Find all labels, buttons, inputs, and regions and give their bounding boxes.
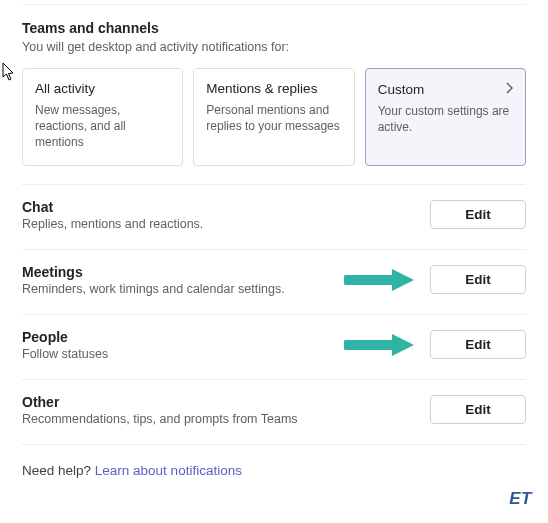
divider [22,379,526,380]
et-watermark: ET [509,489,532,509]
card-mentions-replies[interactable]: Mentions & replies Personal mentions and… [193,68,354,166]
chat-row: Chat Replies, mentions and reactions. Ed… [22,199,526,231]
help-text: Need help? Learn about notifications [22,463,526,478]
learn-about-notifications-link[interactable]: Learn about notifications [95,463,242,478]
teams-channels-cards: All activity New messages, reactions, an… [22,68,526,166]
mouse-cursor [2,62,16,85]
card-title: Custom [378,82,425,97]
help-prefix: Need help? [22,463,95,478]
chevron-right-icon [505,81,513,97]
card-all-activity[interactable]: All activity New messages, reactions, an… [22,68,183,166]
meetings-edit-button[interactable]: Edit [430,265,526,294]
meetings-row: Meetings Reminders, work timings and cal… [22,264,526,296]
card-desc: New messages, reactions, and all mention… [35,102,170,151]
top-divider [22,4,526,5]
card-title: Mentions & replies [206,81,317,96]
teams-channels-subtitle: You will get desktop and activity notifi… [22,40,526,54]
divider [22,314,526,315]
card-title: All activity [35,81,95,96]
other-desc: Recommendations, tips, and prompts from … [22,412,418,426]
meetings-desc: Reminders, work timings and calendar set… [22,282,418,296]
chat-desc: Replies, mentions and reactions. [22,217,418,231]
divider [22,249,526,250]
other-row: Other Recommendations, tips, and prompts… [22,394,526,426]
other-title: Other [22,394,418,410]
card-custom[interactable]: Custom Your custom settings are active. [365,68,526,166]
teams-channels-section: Teams and channels You will get desktop … [22,20,526,166]
people-title: People [22,329,418,345]
divider [22,444,526,445]
chat-title: Chat [22,199,418,215]
divider [22,184,526,185]
card-desc: Personal mentions and replies to your me… [206,102,341,134]
chat-edit-button[interactable]: Edit [430,200,526,229]
people-row: People Follow statuses Edit [22,329,526,361]
other-edit-button[interactable]: Edit [430,395,526,424]
meetings-title: Meetings [22,264,418,280]
people-desc: Follow statuses [22,347,418,361]
people-edit-button[interactable]: Edit [430,330,526,359]
card-desc: Your custom settings are active. [378,103,513,135]
teams-channels-title: Teams and channels [22,20,526,36]
